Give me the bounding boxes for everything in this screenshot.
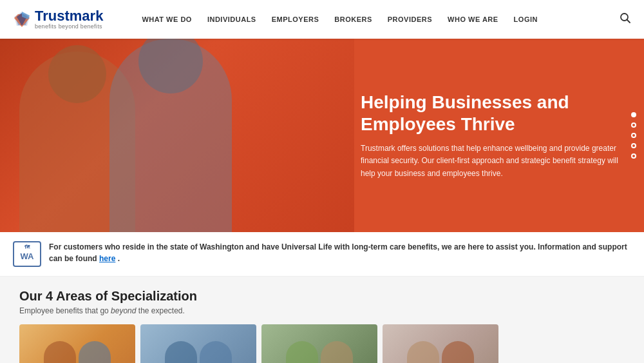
nav-brokers[interactable]: BROKERS — [334, 15, 372, 23]
wa-map-icon: 🗺 — [24, 244, 30, 250]
specialization-card-3[interactable] — [261, 324, 377, 363]
specialization-section: Our 4 Areas of Specialization Employee b… — [0, 277, 644, 363]
svg-line-4 — [627, 20, 630, 23]
person-1-head — [48, 45, 106, 103]
wa-badge-label: WA — [21, 251, 34, 261]
hero-description: Trustmark offers solutions that help enh… — [361, 142, 631, 180]
slide-dot-3[interactable] — [631, 133, 636, 138]
hero-image — [0, 39, 354, 232]
slide-dot-2[interactable] — [631, 123, 636, 128]
site-header: Trustmark benefits beyond benefits WHAT … — [0, 0, 644, 39]
person-2-head — [138, 39, 203, 93]
hero-title-line2: Employees Thrive — [361, 113, 515, 133]
notice-text-bold: For customers who reside in the state of… — [49, 242, 627, 263]
notice-here-link[interactable]: here — [99, 254, 115, 263]
nav-employers[interactable]: EMPLOYERS — [272, 15, 319, 23]
nav-login[interactable]: LOGIN — [514, 15, 538, 23]
nav-who-we-are[interactable]: WHO WE ARE — [448, 15, 498, 23]
specialization-card-4[interactable] — [383, 324, 498, 363]
logo-brand-name: Trustmark — [35, 9, 103, 23]
slide-indicators — [631, 112, 636, 159]
slide-dot-5[interactable] — [631, 153, 636, 159]
logo-tagline: benefits beyond benefits — [35, 23, 103, 30]
trustmark-logo-icon — [13, 10, 31, 28]
hero-background — [0, 39, 354, 232]
specialization-title: Our 4 Areas of Specialization — [19, 289, 625, 304]
hero-content: Helping Businesses and Employees Thrive … — [361, 92, 631, 180]
slide-dot-1[interactable] — [631, 112, 636, 117]
nav-individuals[interactable]: INDIVIDUALS — [207, 15, 256, 23]
specialization-card-1[interactable] — [19, 324, 135, 363]
hero-title: Helping Businesses and Employees Thrive — [361, 92, 631, 135]
notice-banner: 🗺 WA For customers who reside in the sta… — [0, 232, 644, 277]
logo-area[interactable]: Trustmark benefits beyond benefits — [13, 9, 103, 30]
nav-what-we-do[interactable]: WHAT WE DO — [142, 15, 192, 23]
specialization-subtitle: Employee benefits that go beyond the exp… — [19, 306, 625, 315]
wa-state-badge: 🗺 WA — [13, 241, 41, 267]
hero-title-line1: Helping Businesses and — [361, 92, 569, 112]
person-2-silhouette — [109, 39, 232, 232]
search-icon[interactable] — [620, 12, 631, 26]
specialization-card-2[interactable] — [140, 324, 256, 363]
specialization-cards — [19, 324, 625, 363]
slide-dot-4[interactable] — [631, 143, 636, 148]
nav-providers[interactable]: PROVIDERS — [388, 15, 432, 23]
hero-section: Helping Businesses and Employees Thrive … — [0, 39, 644, 232]
notice-text: For customers who reside in the state of… — [49, 241, 631, 264]
main-nav: WHAT WE DO INDIVIDUALS EMPLOYERS BROKERS… — [142, 15, 620, 23]
